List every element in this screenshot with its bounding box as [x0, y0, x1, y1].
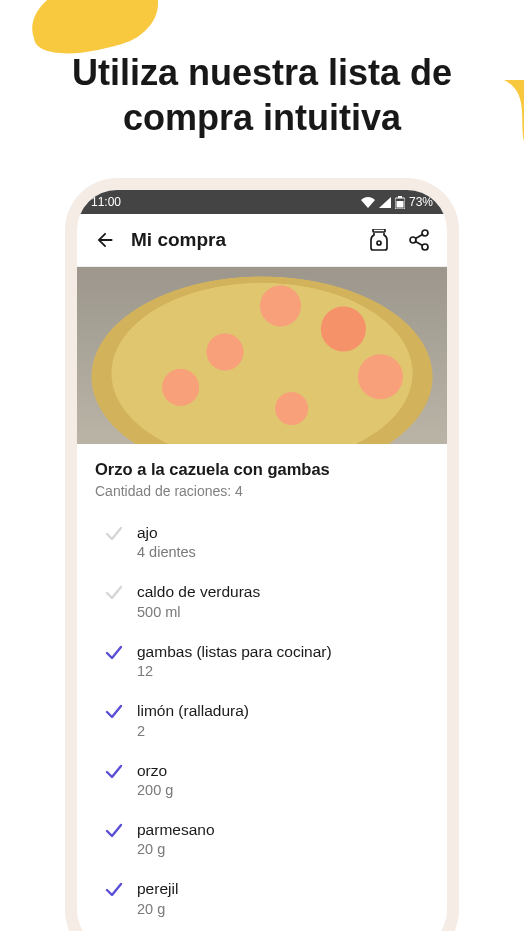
svg-point-5: [422, 230, 428, 236]
ingredient-text: parmesano20 g: [137, 820, 429, 857]
jar-icon: [369, 229, 389, 251]
ingredient-quantity: 4 dientes: [137, 544, 429, 560]
content-area: Orzo a la cazuela con gambas Cantidad de…: [77, 444, 447, 917]
ingredient-check[interactable]: [105, 703, 123, 721]
ingredient-row: orzo200 g: [95, 761, 429, 798]
check-icon: [105, 644, 123, 662]
ingredient-quantity: 20 g: [137, 841, 429, 857]
ingredient-row: perejil20 g: [95, 879, 429, 916]
check-icon: [105, 822, 123, 840]
recipe-image: [77, 266, 447, 444]
ingredient-quantity: 200 g: [137, 782, 429, 798]
battery-icon: [395, 196, 405, 209]
hero-title: Utiliza nuestra lista de compra intuitiv…: [0, 0, 524, 160]
phone-frame: 11:00 73% Mi compra Orzo a la cazuela co…: [77, 190, 447, 931]
check-icon: [105, 703, 123, 721]
ingredient-name: perejil: [137, 879, 429, 898]
ingredient-quantity: 20 g: [137, 901, 429, 917]
share-icon: [409, 229, 429, 251]
ingredient-text: caldo de verduras500 ml: [137, 582, 429, 619]
ingredient-name: parmesano: [137, 820, 429, 839]
ingredient-name: ajo: [137, 523, 429, 542]
svg-point-7: [422, 244, 428, 250]
ingredient-name: caldo de verduras: [137, 582, 429, 601]
status-bar: 11:00 73%: [77, 190, 447, 214]
svg-rect-3: [373, 229, 385, 232]
ingredient-row: gambas (listas para cocinar)12: [95, 642, 429, 679]
status-time: 11:00: [91, 195, 121, 209]
svg-rect-2: [396, 201, 403, 208]
svg-point-4: [377, 241, 381, 245]
ingredient-check[interactable]: [105, 644, 123, 662]
ingredient-check[interactable]: [105, 584, 123, 602]
back-button[interactable]: [91, 226, 119, 254]
wifi-icon: [361, 197, 375, 208]
svg-line-9: [416, 242, 423, 246]
ingredient-quantity: 500 ml: [137, 604, 429, 620]
check-icon: [105, 763, 123, 781]
ingredient-check[interactable]: [105, 822, 123, 840]
battery-percent: 73%: [409, 195, 433, 209]
svg-line-8: [416, 235, 423, 239]
ingredient-name: gambas (listas para cocinar): [137, 642, 429, 661]
page-title: Mi compra: [131, 229, 353, 251]
servings-text: Cantidad de raciones: 4: [95, 483, 429, 499]
ingredient-quantity: 12: [137, 663, 429, 679]
ingredient-row: parmesano20 g: [95, 820, 429, 857]
check-icon: [105, 881, 123, 899]
check-icon: [105, 584, 123, 602]
check-icon: [105, 525, 123, 543]
ingredient-name: orzo: [137, 761, 429, 780]
svg-point-6: [410, 237, 416, 243]
ingredient-row: caldo de verduras500 ml: [95, 582, 429, 619]
app-header: Mi compra: [77, 214, 447, 266]
ingredient-text: gambas (listas para cocinar)12: [137, 642, 429, 679]
ingredient-text: limón (ralladura)2: [137, 701, 429, 738]
ingredient-check[interactable]: [105, 763, 123, 781]
pantry-button[interactable]: [365, 226, 393, 254]
ingredient-name: limón (ralladura): [137, 701, 429, 720]
share-button[interactable]: [405, 226, 433, 254]
ingredient-text: ajo4 dientes: [137, 523, 429, 560]
ingredient-check[interactable]: [105, 525, 123, 543]
ingredient-quantity: 2: [137, 723, 429, 739]
ingredient-row: ajo4 dientes: [95, 523, 429, 560]
ingredient-check[interactable]: [105, 881, 123, 899]
ingredient-row: limón (ralladura)2: [95, 701, 429, 738]
signal-icon: [379, 197, 391, 208]
recipe-title: Orzo a la cazuela con gambas: [95, 460, 429, 479]
ingredient-text: perejil20 g: [137, 879, 429, 916]
arrow-left-icon: [94, 229, 116, 251]
ingredient-text: orzo200 g: [137, 761, 429, 798]
